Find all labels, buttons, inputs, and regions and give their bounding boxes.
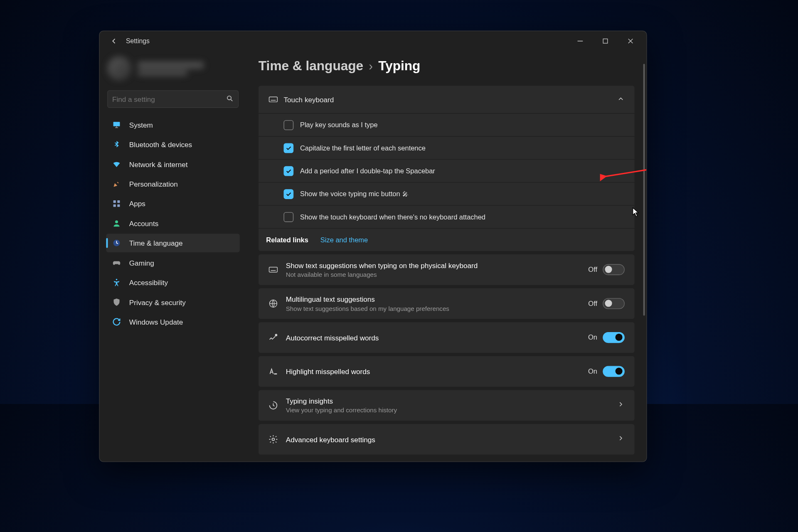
toggle-state: On <box>588 368 597 375</box>
chevron-up-icon <box>617 95 624 104</box>
option-label: Add a period after I double-tap the Spac… <box>300 167 435 175</box>
sidebar-item-time-language[interactable]: Time & language <box>106 234 239 252</box>
checkbox[interactable] <box>283 166 293 176</box>
sidebar-item-label: Windows Update <box>129 318 183 326</box>
accounts-icon <box>112 218 122 228</box>
touch-keyboard-option-3[interactable]: Show the voice typing mic button🎤︎ <box>259 182 635 205</box>
sidebar-item-label: Time & language <box>129 239 183 247</box>
setting-multilingual[interactable]: Multilingual text suggestionsShow text s… <box>259 288 635 319</box>
sidebar-item-label: Accounts <box>129 219 158 227</box>
setting-subtitle: Show text suggestions based on my langua… <box>286 305 588 312</box>
update-icon <box>112 317 122 327</box>
sidebar-item-label: Personalization <box>129 180 178 188</box>
setting-title: Show text suggestions when typing on the… <box>286 261 588 270</box>
svg-point-14 <box>272 438 274 441</box>
breadcrumb: Time & language › Typing <box>259 59 635 74</box>
checkbox[interactable] <box>283 189 293 199</box>
apps-icon <box>112 199 122 209</box>
size-and-theme-link[interactable]: Size and theme <box>320 236 368 244</box>
settings-window: Settings SystemBluetooth & devicesNetwor… <box>99 31 647 462</box>
setting-autocorrect[interactable]: Autocorrect misspelled wordsOn <box>259 323 635 353</box>
touch-keyboard-title: Touch keyboard <box>283 96 334 104</box>
setting-subtitle: Not available in some languages <box>286 271 588 278</box>
touch-keyboard-header[interactable]: Touch keyboard <box>259 86 635 113</box>
svg-rect-0 <box>603 39 608 43</box>
sidebar-item-accounts[interactable]: Accounts <box>106 214 239 233</box>
toggle[interactable] <box>603 366 625 377</box>
multilingual-icon <box>268 299 286 309</box>
scrollbar[interactable] <box>643 64 645 316</box>
setting-text-suggestions[interactable]: Show text suggestions when typing on the… <box>259 254 635 285</box>
option-label: Show the voice typing mic button <box>300 190 400 198</box>
nav-list: SystemBluetooth & devicesNetwork & inter… <box>103 116 243 331</box>
option-label: Play key sounds as I type <box>300 121 378 129</box>
sidebar-item-bluetooth[interactable]: Bluetooth & devices <box>106 135 239 154</box>
setting-advanced[interactable]: Advanced keyboard settings <box>259 424 635 455</box>
toggle[interactable] <box>603 298 625 309</box>
sidebar-item-label: Accessibility <box>129 278 168 287</box>
account-header[interactable] <box>107 51 239 86</box>
search-input[interactable] <box>112 95 226 103</box>
system-icon <box>112 120 122 130</box>
toggle[interactable] <box>603 264 625 275</box>
sidebar-item-system[interactable]: System <box>106 116 239 134</box>
svg-rect-5 <box>113 204 116 207</box>
sidebar: SystemBluetooth & devicesNetwork & inter… <box>100 51 243 461</box>
sidebar-item-apps[interactable]: Apps <box>106 194 239 213</box>
touch-keyboard-option-1[interactable]: Capitalize the first letter of each sent… <box>259 136 635 159</box>
touch-keyboard-option-0[interactable]: Play key sounds as I type <box>259 113 635 136</box>
time-language-icon <box>112 238 122 248</box>
chevron-right-icon <box>617 435 624 445</box>
accessibility-icon <box>112 278 122 288</box>
svg-point-13 <box>275 335 277 336</box>
setting-highlight[interactable]: Highlight misspelled wordsOn <box>259 356 635 387</box>
chevron-right-icon <box>617 401 624 411</box>
autocorrect-icon <box>268 333 286 343</box>
minimize-button[interactable] <box>568 33 593 49</box>
svg-rect-10 <box>269 97 277 102</box>
touch-keyboard-option-4[interactable]: Show the touch keyboard when there's no … <box>259 205 635 228</box>
sidebar-item-label: Apps <box>129 200 145 208</box>
personalization-icon <box>112 179 122 189</box>
window-title: Settings <box>126 37 150 45</box>
breadcrumb-parent[interactable]: Time & language <box>259 59 363 74</box>
mic-icon: 🎤︎ <box>402 191 408 197</box>
touch-keyboard-option-2[interactable]: Add a period after I double-tap the Spac… <box>259 159 635 182</box>
touch-keyboard-section: Touch keyboard Play key sounds as I type… <box>259 86 635 251</box>
privacy-icon <box>112 297 122 307</box>
maximize-button[interactable] <box>593 33 618 49</box>
option-label: Capitalize the first letter of each sent… <box>300 144 426 152</box>
checkbox[interactable] <box>283 143 293 153</box>
setting-title: Advanced keyboard settings <box>286 436 617 444</box>
related-links-label: Related links <box>266 236 308 244</box>
sidebar-item-update[interactable]: Windows Update <box>106 313 239 331</box>
sidebar-item-accessibility[interactable]: Accessibility <box>106 273 239 292</box>
search-icon <box>226 94 234 103</box>
svg-rect-11 <box>269 267 277 272</box>
sidebar-item-personalization[interactable]: Personalization <box>106 175 239 193</box>
search-box[interactable] <box>107 90 239 108</box>
close-button[interactable] <box>618 33 643 49</box>
sidebar-item-label: Network & internet <box>129 160 188 168</box>
network-icon <box>112 159 122 169</box>
option-label: Show the touch keyboard when there's no … <box>300 213 485 221</box>
main-content: Time & language › Typing Touch keyboard … <box>243 51 647 461</box>
checkbox[interactable] <box>283 120 293 130</box>
sidebar-item-network[interactable]: Network & internet <box>106 155 239 174</box>
bluetooth-icon <box>112 140 122 150</box>
back-button[interactable] <box>107 34 121 48</box>
advanced-icon <box>268 435 286 445</box>
setting-insights[interactable]: Typing insightsView your typing and corr… <box>259 390 635 421</box>
toggle[interactable] <box>603 332 625 343</box>
keyboard-icon <box>268 95 283 105</box>
highlight-icon <box>268 367 286 377</box>
toggle-state: Off <box>588 300 597 308</box>
setting-title: Typing insights <box>286 397 617 406</box>
svg-rect-4 <box>117 200 120 203</box>
checkbox[interactable] <box>283 212 293 222</box>
sidebar-item-label: Privacy & security <box>129 298 186 306</box>
sidebar-item-privacy[interactable]: Privacy & security <box>106 293 239 312</box>
svg-point-7 <box>115 220 118 223</box>
svg-rect-6 <box>117 204 120 207</box>
sidebar-item-gaming[interactable]: Gaming <box>106 254 239 272</box>
